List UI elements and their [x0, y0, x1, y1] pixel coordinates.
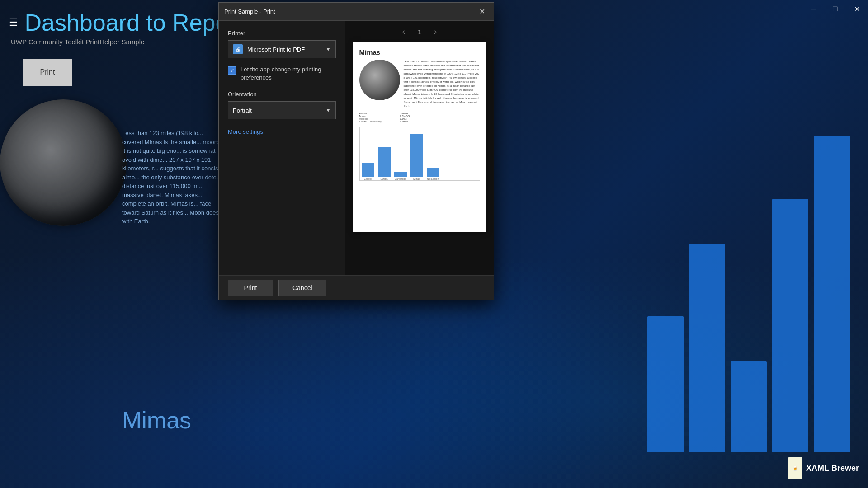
xaml-brewer-icon: 🍺: [788, 457, 802, 479]
preview-moon-image: [359, 60, 400, 100]
dialog-cancel-button[interactable]: Cancel: [278, 280, 326, 296]
preview-page: Mimas Less than 123 miles (198 kilometer…: [353, 42, 486, 232]
printer-dropdown[interactable]: 🖨 Microsoft Print to PDF ▼: [228, 40, 336, 58]
preview-eccentricity-value: 0.0196: [400, 120, 408, 123]
dialog-preview-panel: ‹ 1 › Mimas Less than 123 miles (198 kil…: [345, 21, 494, 275]
preview-chart: Callisto Europa Ganymede Mimas: [359, 127, 480, 194]
orientation-dropdown-arrow-icon: ▼: [326, 107, 331, 113]
preview-bar-callisto-bar: [362, 163, 374, 177]
dialog-body: Printer 🖨 Microsoft Print to PDF ▼ ✓ Let…: [219, 21, 494, 275]
preview-bar-mimas: Mimas: [410, 134, 423, 180]
window-controls: ─ ☐ ✕: [778, 0, 868, 18]
preview-bar-not-a-moon: Not a Moon: [427, 168, 439, 180]
xaml-brewer-text: XAML Brewer: [806, 464, 859, 473]
preview-next-button[interactable]: ›: [430, 26, 440, 38]
dialog-title: Print Sample - Print: [224, 8, 275, 15]
preview-table-row-eccentricity: Orbital Eccentricity 0.0196: [359, 120, 480, 123]
dialog-left-panel: Printer 🖨 Microsoft Print to PDF ▼ ✓ Let…: [219, 21, 345, 275]
print-dialog: Print Sample - Print ✕ Printer 🖨 Microso…: [218, 2, 494, 300]
bg-bar-4: [772, 199, 808, 452]
orientation-dropdown[interactable]: Portrait ▼: [228, 101, 336, 119]
xaml-brewer-badge: 🍺 XAML Brewer: [788, 457, 859, 479]
preview-chart-bars: Callisto Europa Ganymede Mimas: [359, 127, 480, 181]
more-settings-link[interactable]: More settings: [228, 128, 336, 135]
preview-description: Less than 123 miles (198 kilometers) in …: [404, 60, 480, 108]
main-print-button[interactable]: Print: [23, 59, 72, 86]
printer-selected-value: Microsoft Print to PDF: [247, 46, 321, 53]
preview-bar-callisto-label: Callisto: [364, 178, 371, 180]
preview-bar-ganymede: Ganymede: [394, 172, 407, 180]
dialog-close-button[interactable]: ✕: [476, 5, 488, 18]
hamburger-icon[interactable]: ☰: [9, 17, 18, 28]
orientation-selected-value: Portrait: [233, 107, 321, 114]
preview-prev-button[interactable]: ‹: [399, 26, 409, 38]
mimas-label: Mimas: [122, 407, 191, 434]
bg-bar-1: [647, 316, 684, 452]
orientation-label: Orientation: [228, 91, 336, 98]
app-title: Dashboard to Report: [24, 9, 243, 36]
printer-icon: 🖨: [233, 44, 243, 54]
preview-bar-europa: Europa: [378, 147, 391, 180]
preview-bar-mimas-label: Mimas: [413, 178, 420, 180]
title-area: ☰ Dashboard to Report UWP Community Tool…: [9, 9, 243, 46]
preview-bar-europa-label: Europa: [380, 178, 387, 180]
close-window-button[interactable]: ✕: [851, 4, 863, 14]
preview-bar-not-a-moon-bar: [427, 168, 439, 177]
content-description: Less than 123 miles (198 kilo... covered…: [122, 129, 224, 226]
preview-bar-mimas-bar: [410, 134, 423, 177]
preview-data-table: Planet Saturn Mass 6.3e-006 Albedo 0.962…: [359, 112, 480, 123]
app-subtitle: UWP Community Toolkit PrintHelper Sample: [11, 38, 243, 46]
preview-eccentricity-key: Orbital Eccentricity: [359, 120, 396, 123]
preview-bar-ganymede-label: Ganymede: [395, 178, 406, 180]
preview-page-number: 1: [418, 28, 421, 36]
dialog-footer: Print Cancel: [219, 275, 494, 300]
preview-navigation: ‹ 1 ›: [399, 26, 440, 38]
maximize-button[interactable]: ☐: [829, 4, 842, 14]
bg-bar-2: [689, 244, 725, 452]
dialog-titlebar: Print Sample - Print ✕: [219, 3, 494, 21]
minimize-button[interactable]: ─: [808, 4, 820, 14]
moon-bg-image: [0, 99, 127, 226]
preview-bar-europa-bar: [378, 147, 391, 177]
printing-preferences-checkbox[interactable]: ✓: [228, 66, 236, 75]
checkbox-check-icon: ✓: [230, 68, 235, 74]
preview-bar-callisto: Callisto: [362, 163, 374, 180]
preview-planet-title: Mimas: [359, 48, 480, 56]
bg-bars-decoration: [647, 136, 868, 488]
printer-section-label: Printer: [228, 30, 336, 37]
preview-bar-not-a-moon-label: Not a Moon: [427, 178, 439, 180]
preview-content: Less than 123 miles (198 kilometers) in …: [359, 60, 480, 108]
printer-dropdown-arrow-icon: ▼: [326, 46, 331, 52]
checkbox-label: Let the app change my printing preferenc…: [241, 66, 336, 82]
preview-bar-ganymede-bar: [394, 172, 407, 177]
bg-bar-3: [731, 361, 767, 452]
bg-bar-5: [814, 136, 850, 452]
checkbox-row: ✓ Let the app change my printing prefere…: [228, 66, 336, 82]
dialog-print-button[interactable]: Print: [228, 280, 273, 296]
